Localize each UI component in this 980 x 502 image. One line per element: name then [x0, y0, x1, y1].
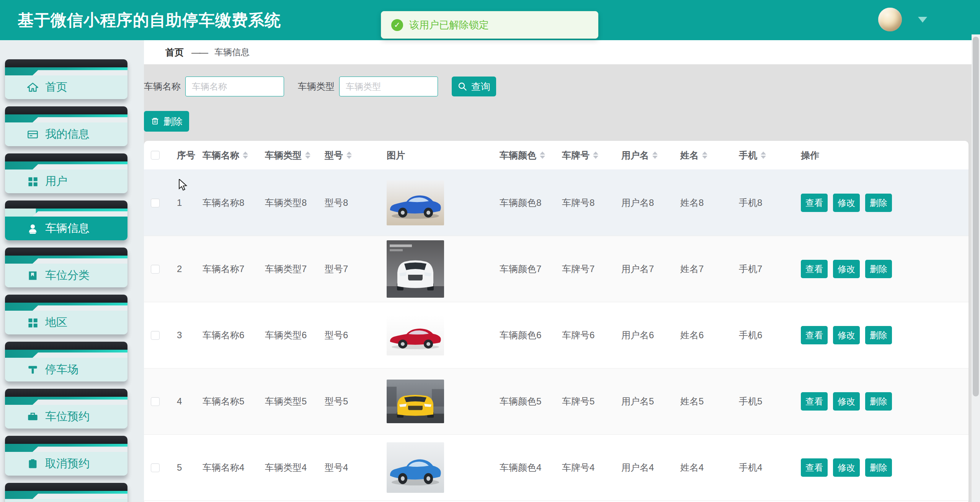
avatar[interactable]: [878, 8, 902, 31]
nav-stripe: [5, 114, 127, 122]
vehicle-name-input[interactable]: [185, 77, 284, 96]
search-bar: 车辆名称 车辆类型 查询: [144, 77, 972, 96]
delete-row-button[interactable]: 删除: [865, 194, 892, 212]
sort-icon[interactable]: [593, 152, 598, 159]
col-header-vehicle-name[interactable]: 车辆名称: [196, 149, 258, 161]
select-all-checkbox[interactable]: [151, 151, 160, 160]
sidebar-item-region[interactable]: 地区: [5, 295, 127, 334]
sort-icon[interactable]: [243, 152, 248, 159]
sidebar-item-my-info[interactable]: 我的信息: [5, 106, 127, 146]
col-header-model[interactable]: 型号: [318, 149, 380, 161]
table-header-row: 序号 车辆名称 车辆类型 型号 图片 车辆颜色 车牌号 用户名 姓名 手机 操作: [144, 141, 969, 170]
nav-stripe: [5, 256, 127, 264]
nav-stripe: [5, 161, 127, 170]
grid-icon: [27, 317, 39, 329]
sidebar-item-label: 车辆信息: [45, 221, 90, 236]
row-checkbox[interactable]: [151, 265, 160, 274]
app-header: 基于微信小程序的自助停车缴费系统 ✓ 该用户已解除锁定: [0, 0, 980, 40]
row-checkbox[interactable]: [151, 199, 160, 207]
sidebar-item-cancel-reservation[interactable]: 取消预约: [5, 436, 127, 476]
view-button[interactable]: 查看: [801, 326, 828, 344]
col-header-phone[interactable]: 手机: [732, 149, 794, 161]
sort-icon[interactable]: [305, 152, 310, 159]
vehicle-type-input[interactable]: [339, 77, 438, 96]
col-header-realname[interactable]: 姓名: [673, 149, 732, 161]
nav-stripe: [5, 67, 127, 75]
vehicle-image: [380, 380, 493, 423]
row-checkbox[interactable]: [151, 397, 160, 406]
delete-button[interactable]: 删除: [144, 111, 189, 132]
sidebar-item-label: 用户: [45, 174, 67, 189]
table-row: 2 车辆名称7 车辆类型7 型号7 车辆颜色7 车牌号7: [144, 236, 969, 302]
nav-top-bar: [5, 248, 127, 256]
sidebar-item-label: 地区: [45, 315, 67, 330]
book-icon: [27, 270, 39, 282]
briefcase-icon: [27, 411, 39, 423]
sort-icon[interactable]: [652, 152, 658, 159]
col-header-plate[interactable]: 车牌号: [555, 149, 614, 161]
delete-row-button[interactable]: 删除: [865, 260, 892, 278]
sidebar-item-space-reservation[interactable]: 车位预约: [5, 389, 127, 429]
view-button[interactable]: 查看: [801, 260, 828, 278]
vehicle-type-label: 车辆类型: [298, 80, 335, 93]
sort-icon[interactable]: [761, 152, 766, 159]
success-toast: ✓ 该用户已解除锁定: [381, 11, 598, 39]
mouse-cursor: [178, 179, 189, 191]
edit-button[interactable]: 修改: [833, 458, 860, 477]
edit-button[interactable]: 修改: [833, 392, 860, 411]
sidebar-item-label: 我的信息: [45, 127, 90, 142]
scrollbar-thumb[interactable]: [973, 37, 979, 396]
vehicle-image: [380, 180, 493, 225]
clipboard-icon: [27, 458, 39, 470]
trash-icon: [150, 117, 160, 126]
sidebar-item-label: 首页: [45, 80, 67, 95]
sidebar-item-label: 取消预约: [45, 456, 90, 471]
delete-row-button[interactable]: 删除: [865, 458, 892, 477]
query-button[interactable]: 查询: [452, 77, 496, 96]
table-row: 1 车辆名称8 车辆类型8 型号8 车辆颜色8 车牌号8 用户名8 姓名8 手机…: [144, 170, 969, 236]
delete-row-button[interactable]: 删除: [865, 392, 892, 411]
person-icon: [27, 223, 39, 235]
row-checkbox[interactable]: [151, 331, 160, 340]
breadcrumb-home[interactable]: 首页: [165, 46, 184, 59]
home-icon: [27, 81, 39, 93]
nav-stripe: [5, 209, 127, 217]
vehicle-image: [380, 240, 493, 298]
edit-button[interactable]: 修改: [833, 194, 860, 212]
view-button[interactable]: 查看: [801, 194, 828, 212]
view-button[interactable]: 查看: [801, 458, 828, 477]
view-button[interactable]: 查看: [801, 392, 828, 411]
sidebar-item-home[interactable]: 首页: [5, 59, 127, 99]
sort-icon[interactable]: [346, 152, 352, 159]
vehicle-table: 序号 车辆名称 车辆类型 型号 图片 车辆颜色 车牌号 用户名 姓名 手机 操作…: [144, 141, 969, 502]
vehicle-image: [380, 315, 493, 355]
user-menu: [878, 8, 927, 31]
scrollbar: [972, 34, 980, 502]
row-checkbox[interactable]: [151, 463, 160, 472]
main-content: 首页 —— 车辆信息 车辆名称 车辆类型 查询 删除 序号 车辆名称 车辆类型 …: [144, 40, 972, 502]
sidebar-item-parking-info[interactable]: 停车信息: [5, 483, 127, 502]
nav-top-bar: [5, 153, 127, 161]
sidebar: 首页 我的信息 用户 车辆信息: [0, 40, 141, 502]
app-title: 基于微信小程序的自助停车缴费系统: [18, 10, 281, 31]
nav-top-bar: [5, 389, 127, 397]
table-row: 3 车辆名称6 车辆类型6 型号6 车辆颜色6 车牌号6 用户名6 姓名6 手机…: [144, 302, 969, 368]
chevron-down-icon[interactable]: [918, 17, 927, 23]
sort-icon[interactable]: [702, 152, 707, 159]
sidebar-item-space-category[interactable]: 车位分类: [5, 248, 127, 287]
nav-stripe: [5, 491, 127, 499]
breadcrumb-current: 车辆信息: [214, 46, 250, 58]
sidebar-item-label: 停车场: [45, 362, 78, 377]
sidebar-item-vehicle-info[interactable]: 车辆信息: [5, 200, 127, 240]
sidebar-item-parking-lot[interactable]: 停车场: [5, 342, 127, 381]
col-header-username[interactable]: 用户名: [614, 149, 673, 161]
col-header-vehicle-type[interactable]: 车辆类型: [258, 149, 318, 161]
breadcrumb-separator: ——: [191, 47, 207, 58]
grid-icon: [27, 176, 39, 187]
col-header-color[interactable]: 车辆颜色: [493, 149, 555, 161]
sort-icon[interactable]: [540, 152, 545, 159]
delete-row-button[interactable]: 删除: [865, 326, 892, 344]
sidebar-item-users[interactable]: 用户: [5, 153, 127, 193]
edit-button[interactable]: 修改: [833, 260, 860, 278]
edit-button[interactable]: 修改: [833, 326, 860, 344]
